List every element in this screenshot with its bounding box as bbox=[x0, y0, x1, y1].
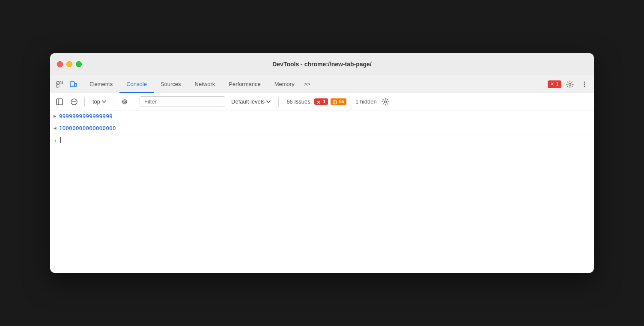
window-title: DevTools - chrome://new-tab-page/ bbox=[272, 61, 372, 68]
output-arrow: ◀ bbox=[54, 125, 57, 131]
error-count-badge[interactable]: ✕ 1 bbox=[548, 80, 561, 88]
console-toolbar: top Default levels 66 Issues: bbox=[50, 93, 594, 110]
console-prompt-row[interactable]: › bbox=[50, 134, 594, 146]
svg-rect-4 bbox=[75, 83, 77, 86]
expand-arrow[interactable]: ▶ bbox=[54, 113, 57, 119]
tab-sources[interactable]: Sources bbox=[154, 76, 188, 93]
tab-bar-right: ✕ 1 bbox=[548, 75, 590, 93]
toolbar-divider-2 bbox=[114, 97, 114, 107]
tab-bar-icons bbox=[54, 75, 79, 93]
live-expressions-button[interactable] bbox=[119, 96, 131, 108]
svg-point-7 bbox=[584, 81, 585, 83]
minimize-button[interactable] bbox=[66, 61, 72, 67]
toolbar-divider-4 bbox=[278, 97, 279, 107]
clear-console-button[interactable] bbox=[68, 96, 80, 108]
svg-point-20 bbox=[334, 103, 335, 104]
filter-input[interactable] bbox=[140, 96, 225, 107]
devtools-window: DevTools - chrome://new-tab-page/ bbox=[50, 53, 594, 273]
hidden-messages-text: 1 hidden bbox=[355, 98, 377, 105]
tab-console[interactable]: Console bbox=[119, 76, 154, 93]
console-settings-button[interactable] bbox=[379, 96, 391, 108]
console-output-value: 10000000000000000 bbox=[59, 125, 116, 131]
console-output-row: ◀ 10000000000000000 bbox=[50, 122, 594, 134]
toolbar-divider-3 bbox=[135, 97, 135, 107]
error-x-icon: ✕ bbox=[550, 81, 554, 87]
log-levels-button[interactable]: Default levels bbox=[228, 97, 274, 107]
toolbar-divider-5 bbox=[351, 97, 351, 107]
device-toolbar-icon[interactable] bbox=[67, 78, 79, 90]
svg-rect-10 bbox=[57, 99, 63, 105]
inspect-element-icon[interactable] bbox=[54, 78, 66, 90]
tab-memory[interactable]: Memory bbox=[268, 76, 301, 93]
close-button[interactable] bbox=[57, 61, 63, 67]
svg-point-8 bbox=[584, 83, 585, 85]
prompt-arrow-icon: › bbox=[54, 137, 57, 144]
maximize-button[interactable] bbox=[76, 61, 82, 67]
sidebar-toggle-button[interactable] bbox=[54, 96, 66, 108]
cursor bbox=[60, 137, 61, 143]
console-input-row: ▶ 9999999999999999 bbox=[50, 110, 594, 122]
console-content: ▶ 9999999999999999 ◀ 10000000000000000 › bbox=[50, 110, 594, 273]
tab-performance[interactable]: Performance bbox=[222, 76, 267, 93]
svg-point-21 bbox=[384, 101, 386, 103]
tab-bar: Elements Console Sources Network Perform… bbox=[50, 75, 594, 93]
tab-elements[interactable]: Elements bbox=[83, 76, 119, 93]
main-tabs: Elements Console Sources Network Perform… bbox=[83, 75, 548, 93]
svg-rect-0 bbox=[57, 81, 59, 84]
traffic-lights bbox=[57, 61, 82, 67]
title-bar: DevTools - chrome://new-tab-page/ bbox=[50, 53, 594, 75]
more-options-button[interactable] bbox=[578, 78, 590, 90]
settings-button[interactable] bbox=[564, 78, 576, 90]
svg-rect-2 bbox=[57, 85, 59, 87]
more-tabs-button[interactable]: >> bbox=[301, 76, 313, 93]
warning-issues-badge[interactable]: 65 bbox=[331, 98, 346, 104]
console-input-value: 9999999999999999 bbox=[59, 113, 113, 119]
toolbar-divider-1 bbox=[84, 97, 85, 107]
svg-point-14 bbox=[122, 100, 127, 104]
context-selector[interactable]: top bbox=[89, 97, 110, 107]
error-issues-badge[interactable]: 1 bbox=[314, 98, 328, 104]
svg-point-15 bbox=[124, 101, 125, 103]
issues-label: 66 Issues: bbox=[286, 98, 312, 105]
svg-point-9 bbox=[584, 86, 585, 87]
svg-point-6 bbox=[569, 83, 571, 85]
svg-rect-1 bbox=[60, 81, 63, 84]
issues-section: 66 Issues: 1 65 bbox=[286, 98, 346, 105]
tab-network[interactable]: Network bbox=[188, 76, 222, 93]
